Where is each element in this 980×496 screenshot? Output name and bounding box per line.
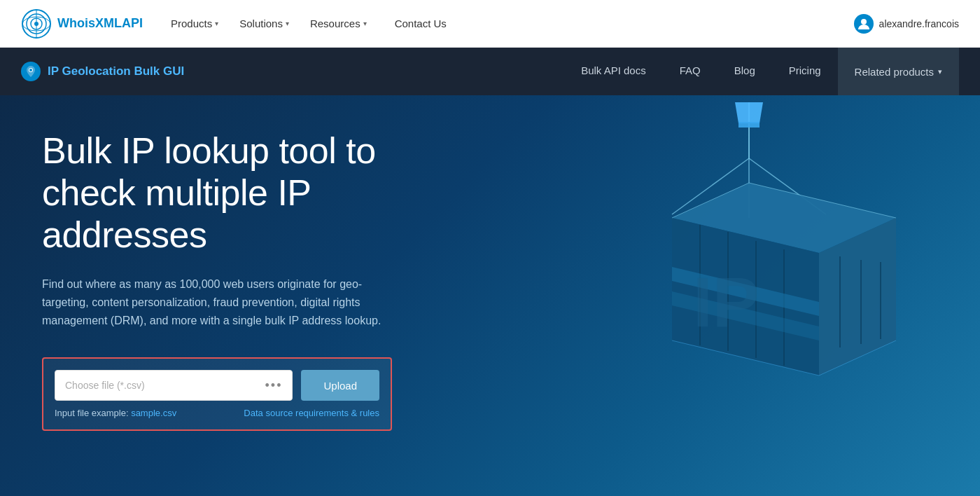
main-nav: Products ▾ Solutions ▾ Resources ▾ Conta… — [171, 15, 854, 32]
top-navigation: WhoisXMLAPI Products ▾ Solutions ▾ Resou… — [0, 0, 980, 48]
sub-nav-related-products[interactable]: Related products ▾ — [838, 48, 959, 95]
logo-text: WhoisXMLAPI — [57, 16, 143, 31]
data-source-link[interactable]: Data source requirements & rules — [244, 408, 379, 418]
nav-resources[interactable]: Resources ▾ — [310, 15, 367, 32]
user-area[interactable]: alexandre.francois — [854, 14, 959, 34]
upload-form: Choose file (*.csv) ••• Upload Input fil… — [42, 357, 392, 431]
sub-nav-brand: IP Geolocation Bulk GUI — [21, 62, 184, 81]
upload-row: Choose file (*.csv) ••• Upload — [55, 370, 379, 401]
sub-nav-links: Bulk API docs FAQ Blog Pricing Related p… — [564, 48, 959, 95]
user-avatar-icon — [854, 14, 874, 34]
svg-point-6 — [861, 19, 867, 25]
sub-nav-bulk-api-docs[interactable]: Bulk API docs — [564, 48, 663, 95]
whoisxml-logo — [21, 8, 52, 39]
sub-nav-blog[interactable]: Blog — [718, 48, 772, 95]
location-pin-icon — [21, 62, 41, 81]
logo[interactable]: WhoisXMLAPI — [21, 8, 143, 39]
nav-solutions[interactable]: Solutions ▾ — [239, 15, 289, 32]
sub-nav-faq[interactable]: FAQ — [663, 48, 718, 95]
upload-links: Input file example: sample.csv Data sour… — [55, 408, 379, 418]
svg-text:IP: IP — [693, 263, 759, 341]
hero-content: Bulk IP lookup tool to check multiple IP… — [42, 130, 448, 431]
resources-chevron-icon: ▾ — [363, 20, 367, 27]
file-dots: ••• — [265, 378, 283, 393]
hero-title: Bulk IP lookup tool to check multiple IP… — [42, 130, 448, 256]
related-chevron-icon: ▾ — [938, 67, 942, 76]
hero-section: Bulk IP lookup tool to check multiple IP… — [0, 95, 980, 496]
sample-csv-link[interactable]: sample.csv — [131, 408, 176, 418]
sub-nav-pricing[interactable]: Pricing — [772, 48, 838, 95]
file-input-placeholder: Choose file (*.csv) — [65, 380, 145, 391]
upload-button[interactable]: Upload — [301, 370, 379, 401]
sub-navigation: IP Geolocation Bulk GUI Bulk API docs FA… — [0, 48, 980, 95]
nav-products[interactable]: Products ▾ — [171, 15, 218, 32]
svg-rect-14 — [738, 122, 760, 128]
solutions-chevron-icon: ▾ — [286, 20, 289, 27]
svg-marker-13 — [735, 102, 763, 123]
sub-nav-title: IP Geolocation Bulk GUI — [48, 64, 184, 78]
file-example-label: Input file example: sample.csv — [55, 408, 176, 418]
file-input[interactable]: Choose file (*.csv) ••• — [55, 370, 293, 401]
username-label: alexandre.francois — [879, 18, 959, 29]
products-chevron-icon: ▾ — [215, 20, 218, 27]
container-illustration: IP — [546, 102, 952, 439]
hero-description: Find out where as many as 100,000 web us… — [42, 275, 406, 329]
svg-point-8 — [29, 69, 32, 71]
nav-contact-us[interactable]: Contact Us — [395, 15, 447, 32]
